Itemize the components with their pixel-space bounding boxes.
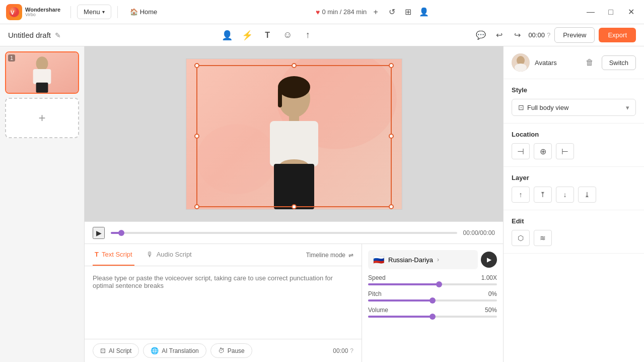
- speed-fill: [368, 283, 439, 285]
- pitch-slider-row: Pitch 0%: [368, 290, 497, 301]
- history-button[interactable]: ↺: [385, 5, 399, 19]
- edit-hex-button[interactable]: ⬡: [512, 230, 530, 246]
- minimize-button[interactable]: —: [584, 5, 598, 19]
- heart-icon: ♥: [316, 8, 320, 16]
- script-tabs: T Text Script 🎙 Audio Script Timeline mo…: [85, 244, 362, 266]
- home-button[interactable]: 🏠 Home: [124, 5, 164, 19]
- script-textarea[interactable]: [93, 274, 353, 331]
- edit-wave-button[interactable]: ≋: [534, 230, 552, 246]
- script-content[interactable]: [85, 266, 362, 339]
- upload-tool-button[interactable]: ↑: [299, 26, 317, 44]
- edit-buttons: ⬡ ≋: [512, 230, 636, 246]
- emoji-tool-button[interactable]: ☺: [278, 26, 297, 44]
- time-counter: 00:00/00:00: [463, 229, 495, 236]
- tab-text-script[interactable]: T Text Script: [93, 244, 134, 266]
- voice-name-selector[interactable]: 🇷🇺 Russian-Dariya ›: [368, 250, 478, 269]
- location-left-button[interactable]: ⊣: [512, 143, 530, 159]
- draft-title: Untitled draft ✎: [8, 31, 61, 39]
- draft-name: Untitled draft: [8, 31, 51, 39]
- person-tool-button[interactable]: 👤: [218, 26, 236, 44]
- script-area: T Text Script 🎙 Audio Script Timeline mo…: [85, 244, 503, 362]
- ai-script-icon: ⊡: [100, 347, 106, 354]
- add-scene-button[interactable]: +: [369, 5, 383, 19]
- voice-settings: 🇷🇺 Russian-Dariya › ▶ Speed 1.00X: [362, 244, 503, 362]
- layer-down-button[interactable]: ↓: [556, 187, 574, 203]
- location-center-button[interactable]: ⊕: [534, 143, 552, 159]
- layer-top-button[interactable]: ⤒: [534, 187, 552, 203]
- toolbar-center: 👤 ⚡ T ☺ ↑: [61, 26, 474, 44]
- play-voice-button[interactable]: ▶: [481, 252, 497, 268]
- preview-button[interactable]: Preview: [554, 27, 595, 43]
- redo-button[interactable]: ↪: [510, 28, 524, 42]
- script-help-icon[interactable]: ?: [350, 347, 353, 354]
- pause-button[interactable]: ⏱ Pause: [210, 343, 252, 358]
- undo-button[interactable]: ↩: [492, 28, 506, 42]
- svg-text:V: V: [11, 10, 15, 16]
- svg-rect-10: [278, 87, 282, 107]
- ai-translation-button[interactable]: 🌐 AI Translation: [143, 343, 206, 358]
- text-tool-button[interactable]: T: [258, 26, 276, 44]
- delete-avatar-button[interactable]: 🗑: [583, 55, 597, 70]
- script-footer: ⊡ AI Script 🌐 AI Translation ⏱ Pause 00:…: [85, 339, 362, 362]
- play-button[interactable]: ▶: [93, 227, 105, 239]
- location-section: Location ⊣ ⊕ ⊢: [504, 124, 644, 167]
- layer-bottom-button[interactable]: ⤓: [578, 187, 596, 203]
- top-bar: V Wondershare Virbo Menu ▾ 🏠 Home ♥ 0 mi…: [0, 0, 644, 24]
- comment-button[interactable]: 💬: [474, 28, 488, 42]
- volume-fill: [368, 316, 433, 318]
- ai-script-button[interactable]: ⊡ AI Script: [93, 343, 139, 358]
- script-time: 00:00 ?: [333, 347, 353, 354]
- user-button[interactable]: 👤: [417, 5, 431, 19]
- maximize-button[interactable]: □: [604, 5, 618, 19]
- pitch-thumb[interactable]: [430, 297, 436, 304]
- voice-chevron-icon: ›: [437, 256, 439, 263]
- speed-label: Speed 1.00X: [368, 274, 497, 281]
- avatar-row: Avatars 🗑 Switch: [512, 53, 636, 72]
- progress-bar[interactable]: [111, 232, 457, 234]
- pitch-slider[interactable]: [368, 299, 497, 301]
- logo: V Wondershare Virbo: [6, 4, 60, 20]
- tab-audio-script[interactable]: 🎙 Audio Script: [145, 244, 194, 266]
- timeline-mode-toggle[interactable]: Timeline mode ⇌: [306, 252, 353, 259]
- ai-translation-icon: 🌐: [151, 347, 159, 354]
- location-buttons: ⊣ ⊕ ⊢: [512, 143, 636, 159]
- volume-thumb[interactable]: [430, 314, 436, 320]
- close-button[interactable]: ✕: [624, 5, 638, 19]
- volume-slider[interactable]: [368, 316, 497, 318]
- svg-point-9: [278, 76, 310, 98]
- logo-icon: V: [6, 4, 22, 20]
- text-script-icon: T: [95, 251, 99, 258]
- voice-name-label: Russian-Dariya: [388, 256, 433, 264]
- slides-panel: 1 +: [0, 46, 85, 362]
- progress-thumb[interactable]: [118, 230, 124, 236]
- slide-preview-1: [6, 52, 78, 93]
- svg-point-17: [515, 64, 527, 72]
- canvas-view[interactable]: [85, 46, 503, 221]
- logo-brand: Wondershare: [25, 7, 60, 13]
- speed-thumb[interactable]: [436, 281, 442, 287]
- style-dropdown[interactable]: ⊡ Full body view ▾: [512, 99, 636, 116]
- voice-selector: 🇷🇺 Russian-Dariya › ▶: [368, 250, 497, 269]
- export-button[interactable]: Export: [599, 28, 636, 42]
- location-right-button[interactable]: ⊢: [556, 143, 574, 159]
- add-slide-button[interactable]: +: [5, 98, 79, 138]
- slide-item-1[interactable]: 1: [5, 51, 79, 94]
- edit-title: Edit: [512, 217, 636, 225]
- edit-title-icon[interactable]: ✎: [55, 31, 61, 39]
- pause-icon: ⏱: [218, 347, 225, 354]
- speed-slider-row: Speed 1.00X: [368, 274, 497, 285]
- pitch-fill: [368, 299, 433, 301]
- time-info: 0 min / 284 min: [322, 8, 367, 16]
- brush-tool-button[interactable]: ⚡: [238, 26, 256, 44]
- time-help-icon[interactable]: ?: [547, 31, 550, 39]
- menu-button[interactable]: Menu ▾: [77, 5, 111, 19]
- main-layout: 1 +: [0, 46, 644, 362]
- layer-up-button[interactable]: ↑: [512, 187, 530, 203]
- speed-slider[interactable]: [368, 283, 497, 285]
- svg-rect-14: [274, 164, 314, 209]
- grid-button[interactable]: ⊞: [401, 5, 415, 19]
- switch-avatar-button[interactable]: Switch: [602, 55, 636, 70]
- window-controls: — □ ✕: [584, 5, 638, 19]
- svg-point-3: [36, 56, 48, 71]
- audio-script-icon: 🎙: [147, 251, 154, 259]
